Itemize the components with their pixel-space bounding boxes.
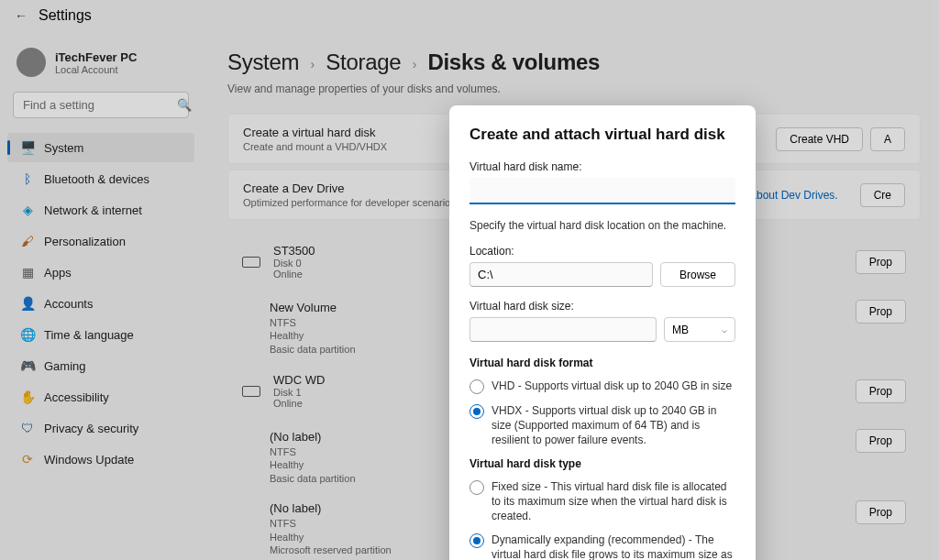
sidebar-item-privacy-security[interactable]: 🛡Privacy & security [7,413,194,443]
type-dynamic-radio[interactable]: Dynamically expanding (recommended) - Th… [470,533,735,560]
size-unit-select[interactable]: MB ⌵ [664,317,735,342]
radio-icon [470,379,484,394]
volume-properties-button[interactable]: Prop [856,300,906,324]
breadcrumb-current: Disks & volumes [427,49,600,74]
disk-name: ST3500 [273,244,315,258]
nav-label: Bluetooth & devices [44,172,149,186]
nav-icon: ⟳ [20,452,35,467]
format-vhdx-radio[interactable]: VHDX - Supports virtual disk up to 2040 … [470,403,735,448]
volume-fs: NTFS [270,445,356,459]
card-subtitle: Optimized performance for developer scen… [243,197,456,208]
chevron-down-icon: ⌵ [722,324,727,335]
radio-icon [470,480,484,495]
create-vhd-dialog: Create and attach virtual hard disk Virt… [449,105,756,560]
location-input[interactable] [470,262,653,287]
back-button[interactable]: ← [15,8,28,23]
sidebar: iTechFever PC Local Account 🔍 🖥️SystemᛒB… [0,31,202,560]
chevron-right-icon: › [311,57,315,71]
size-input[interactable] [470,317,657,342]
format-header: Virtual hard disk format [470,357,735,369]
app-title: Settings [39,7,92,24]
chevron-right-icon: › [413,57,416,71]
disk-name: WDC WD [273,373,325,387]
volume-fs: NTFS [270,517,392,531]
volume-fs: NTFS [270,316,356,330]
type-header: Virtual hard disk type [470,457,735,470]
card-title: Create a Dev Drive [243,181,456,195]
format-vhd-radio[interactable]: VHD - Supports virtual disk up to 2040 G… [470,379,735,394]
nav-label: Accounts [44,297,93,311]
nav-icon: ▦ [20,265,35,280]
breadcrumb: System › Storage › Disks & volumes [227,49,921,75]
nav-icon: 🖥️ [20,140,35,155]
volume-health: Healthy [270,458,356,472]
search-input[interactable] [23,98,177,112]
volume-properties-button[interactable]: Prop [856,500,906,524]
sidebar-item-windows-update[interactable]: ⟳Windows Update [7,445,194,474]
nav-icon: 🖌 [20,234,35,248]
nav-icon: 🌐 [20,327,35,342]
vhd-name-label: Virtual hard disk name: [470,160,735,173]
sidebar-item-accessibility[interactable]: ✋Accessibility [7,382,194,412]
attach-vhd-button[interactable]: A [870,127,905,151]
nav-icon: 🎮 [20,358,35,373]
card-title: Create a virtual hard disk [243,126,387,139]
search-input-wrapper[interactable]: 🔍 [13,92,189,118]
radio-label: VHD - Supports virtual disk up to 2040 G… [492,379,732,393]
size-label: Virtual hard disk size: [470,300,735,313]
disk-properties-button[interactable]: Prop [856,379,906,403]
sidebar-item-time-language[interactable]: 🌐Time & language [7,320,194,349]
create-dev-drive-button[interactable]: Cre [860,183,905,207]
radio-icon [470,533,484,548]
disk-sub: Disk 0 [273,258,315,269]
nav-label: Accessibility [44,390,109,404]
disk-icon [242,386,260,397]
volume-type: Basic data partition [270,343,356,357]
search-icon: 🔍 [177,98,192,112]
disk-properties-button[interactable]: Prop [856,250,906,274]
sidebar-item-system[interactable]: 🖥️System [7,133,194,162]
unit-value: MB [672,324,689,336]
vhd-name-input[interactable] [470,178,735,204]
volume-health: Healthy [270,329,356,343]
nav-icon: 🛡 [20,421,35,435]
nav-label: System [44,141,83,155]
sidebar-item-accounts[interactable]: 👤Accounts [7,289,194,318]
sidebar-item-gaming[interactable]: 🎮Gaming [7,351,194,380]
radio-icon [470,404,484,419]
breadcrumb-system[interactable]: System [227,49,299,74]
nav-label: Time & language [44,328,134,342]
sidebar-item-personalization[interactable]: 🖌Personalization [7,226,194,256]
radio-label: VHDX - Supports virtual disk up to 2040 … [492,403,735,448]
disk-sub: Disk 1 [273,387,325,398]
sidebar-item-network-internet[interactable]: ◈Network & internet [7,195,194,225]
disk-status: Online [273,269,315,280]
card-subtitle: Create and mount a VHD/VHDX [243,141,387,152]
nav-icon: ◈ [20,203,35,217]
radio-label: Fixed size - This virtual hard disk file… [492,479,735,524]
create-vhd-button[interactable]: Create VHD [776,127,863,151]
sidebar-item-apps[interactable]: ▦Apps [7,258,194,287]
nav-label: Personalization [44,235,126,248]
disk-icon [242,257,260,268]
volume-type: Basic data partition [270,472,356,486]
volume-name: (No label) [270,429,356,445]
sidebar-item-bluetooth-devices[interactable]: ᛒBluetooth & devices [7,164,194,193]
type-fixed-radio[interactable]: Fixed size - This virtual hard disk file… [470,479,735,524]
browse-button[interactable]: Browse [660,262,735,287]
breadcrumb-storage[interactable]: Storage [326,49,401,74]
title-bar: ← Settings [0,0,939,31]
location-help-text: Specify the virtual hard disk location o… [470,219,735,232]
volume-name: New Volume [270,300,356,316]
volume-name: (No label) [270,500,392,517]
nav-icon: 👤 [20,296,35,311]
nav-icon: ✋ [20,390,35,404]
volume-properties-button[interactable]: Prop [856,429,906,453]
nav-label: Network & internet [44,203,142,217]
radio-label: Dynamically expanding (recommended) - Th… [492,533,735,560]
user-profile[interactable]: iTechFever PC Local Account [7,40,194,92]
nav-label: Privacy & security [44,422,138,435]
user-name: iTechFever PC [55,50,137,64]
avatar-icon [17,48,46,77]
page-subtitle: View and manage properties of your disks… [227,82,921,95]
